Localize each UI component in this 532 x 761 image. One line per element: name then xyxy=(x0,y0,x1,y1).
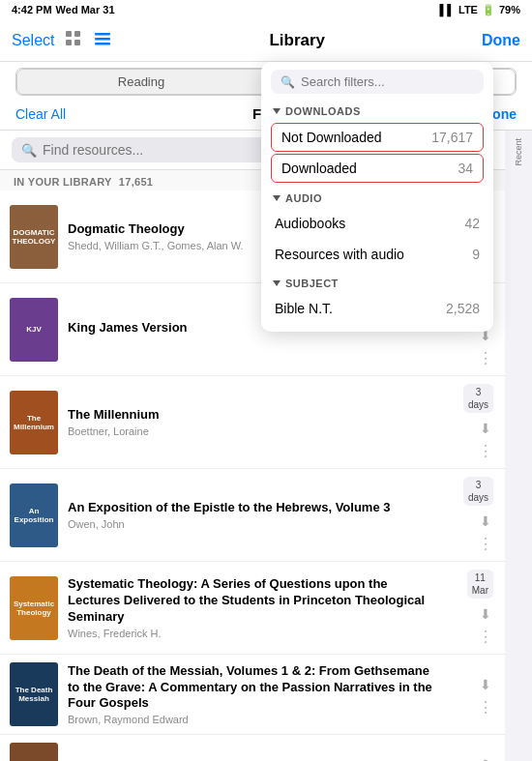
svg-rect-5 xyxy=(95,38,110,41)
filter-item-selected[interactable]: Not Downloaded 17,617 xyxy=(271,123,484,152)
lte-label: LTE xyxy=(458,4,478,15)
filter-search-box: 🔍 xyxy=(261,62,493,98)
status-right: ▌▌ LTE 🔋 79% xyxy=(439,4,520,16)
download-icon[interactable]: ⬇ xyxy=(480,606,491,622)
filter-item-count: 9 xyxy=(472,247,480,262)
more-options-icon[interactable]: ⋮ xyxy=(478,442,493,460)
book-meta: ⬇ ⋮ xyxy=(449,753,493,762)
filter-section: AUDIO Audiobooks 42 Resources with audio… xyxy=(261,185,493,270)
filter-item-label: Downloaded xyxy=(281,161,357,176)
filter-item-label: Resources with audio xyxy=(275,247,404,262)
book-cover: Echoes of Scripture xyxy=(10,743,58,761)
nav-left: Select xyxy=(12,29,112,52)
book-title: An Exposition of the Epistle to the Hebr… xyxy=(68,500,439,516)
book-cover: The Death Messiah xyxy=(10,662,58,726)
list-item[interactable]: An Exposition An Exposition of the Epist… xyxy=(0,469,505,562)
nav-bar: Select Library Done xyxy=(0,19,532,62)
date-badge: 3days xyxy=(463,384,493,413)
filter-search-icon: 🔍 xyxy=(281,75,295,89)
filter-section: DOWNLOADS Not Downloaded 17,617 Download… xyxy=(261,98,493,183)
chevron-down-icon xyxy=(273,195,281,201)
book-meta: ⬇ ⋮ xyxy=(449,673,493,717)
filter-item-label: Not Downloaded xyxy=(281,130,382,145)
svg-rect-3 xyxy=(74,40,80,45)
filter-search-input[interactable] xyxy=(301,74,474,89)
filter-section-header: AUDIO xyxy=(261,185,493,208)
book-author: Wines, Frederick H. xyxy=(68,628,439,639)
book-meta: 11Mar ⬇ ⋮ xyxy=(449,570,493,646)
date-badge: 11Mar xyxy=(467,570,493,599)
right-sidebar: Recent xyxy=(505,131,532,761)
filter-dropdown: 🔍 DOWNLOADS Not Downloaded 17,617 Downlo… xyxy=(261,62,493,332)
select-button[interactable]: Select xyxy=(12,32,54,49)
list-item[interactable]: The Millennium The Millennium Boettner, … xyxy=(0,376,505,469)
book-cover: Systematic Theology xyxy=(10,576,58,640)
list-view-icon[interactable] xyxy=(93,29,112,52)
book-info: The Death of the Messiah, Volumes 1 & 2:… xyxy=(68,663,439,726)
book-cover: An Exposition xyxy=(10,483,58,547)
book-info: Systematic Theology: A Series of Questio… xyxy=(68,576,439,639)
book-title: Systematic Theology: A Series of Questio… xyxy=(68,576,439,626)
filter-item-label: Bible N.T. xyxy=(275,301,333,316)
book-info: An Exposition of the Epistle to the Hebr… xyxy=(68,500,439,530)
download-icon[interactable]: ⬇ xyxy=(480,677,491,692)
book-author: Brown, Raymond Edward xyxy=(68,714,439,725)
filter-section-name: AUDIO xyxy=(285,192,322,204)
download-icon[interactable]: ⬇ xyxy=(480,513,491,529)
status-time: 4:42 PM xyxy=(12,4,52,15)
recent-label: Recent xyxy=(512,138,525,166)
filter-section-name: SUBJECT xyxy=(285,278,339,289)
date-badge: 3days xyxy=(463,477,493,506)
book-cover: DOGMATIC THEOLOGY xyxy=(10,205,58,269)
book-title: The Millennium xyxy=(68,407,439,424)
filter-item-count: 17,617 xyxy=(431,130,473,145)
list-item[interactable]: Systematic Theology Systematic Theology:… xyxy=(0,562,505,655)
status-date: Wed Mar 31 xyxy=(56,4,115,15)
book-author: Boettner, Loraine xyxy=(68,425,439,437)
book-cover: The Millennium xyxy=(10,391,58,454)
book-info: The Millennium Boettner, Loraine xyxy=(68,407,439,437)
filter-search-inner[interactable]: 🔍 xyxy=(271,70,484,94)
chevron-down-icon xyxy=(273,108,281,114)
filter-item-label: Audiobooks xyxy=(275,216,345,231)
battery-icon: 🔋 xyxy=(482,4,495,16)
filter-item-count: 2,528 xyxy=(446,301,480,316)
more-options-icon[interactable]: ⋮ xyxy=(478,698,493,717)
more-options-icon[interactable]: ⋮ xyxy=(478,349,493,367)
download-icon[interactable]: ⬇ xyxy=(480,757,491,762)
done-button[interactable]: Done xyxy=(482,32,520,49)
list-item[interactable]: The Death Messiah The Death of the Messi… xyxy=(0,655,505,735)
svg-rect-0 xyxy=(66,31,72,37)
library-count: 17,651 xyxy=(119,176,153,188)
book-meta: 3days ⬇ ⋮ xyxy=(449,384,493,460)
filter-section-header: SUBJECT xyxy=(261,270,493,293)
list-item[interactable]: Echoes of Scripture Echoes of Scripture … xyxy=(0,735,505,761)
status-left: 4:42 PM Wed Mar 31 xyxy=(12,4,115,15)
tab-reading[interactable]: Reading xyxy=(16,69,266,95)
filter-item-count: 34 xyxy=(458,161,473,176)
signal-icon: ▌▌ xyxy=(439,4,455,15)
status-bar: 4:42 PM Wed Mar 31 ▌▌ LTE 🔋 79% xyxy=(0,0,532,19)
chevron-down-icon xyxy=(273,280,281,286)
filter-item-selected[interactable]: Downloaded 34 xyxy=(271,154,484,183)
battery-level: 79% xyxy=(499,4,520,15)
filter-section-header: DOWNLOADS xyxy=(261,98,493,121)
clear-all-button[interactable]: Clear All xyxy=(15,106,66,122)
svg-rect-4 xyxy=(95,33,110,36)
filter-section-name: DOWNLOADS xyxy=(285,105,361,117)
svg-rect-6 xyxy=(95,43,110,45)
filter-item-count: 42 xyxy=(464,216,480,231)
more-options-icon[interactable]: ⋮ xyxy=(478,628,493,646)
book-cover: KJV xyxy=(10,298,58,362)
svg-rect-2 xyxy=(66,40,72,45)
filter-item[interactable]: Bible N.T. 2,528 xyxy=(261,293,493,324)
page-title: Library xyxy=(269,31,325,50)
filter-item[interactable]: Audiobooks 42 xyxy=(261,208,493,239)
download-icon[interactable]: ⬇ xyxy=(480,421,491,436)
grid-view-icon[interactable] xyxy=(64,29,83,52)
filter-item[interactable]: Resources with audio 9 xyxy=(261,239,493,270)
book-author: Owen, John xyxy=(68,518,439,530)
filter-section: SUBJECT Bible N.T. 2,528 xyxy=(261,270,493,324)
book-title: The Death of the Messiah, Volumes 1 & 2:… xyxy=(68,663,439,713)
more-options-icon[interactable]: ⋮ xyxy=(478,535,493,553)
